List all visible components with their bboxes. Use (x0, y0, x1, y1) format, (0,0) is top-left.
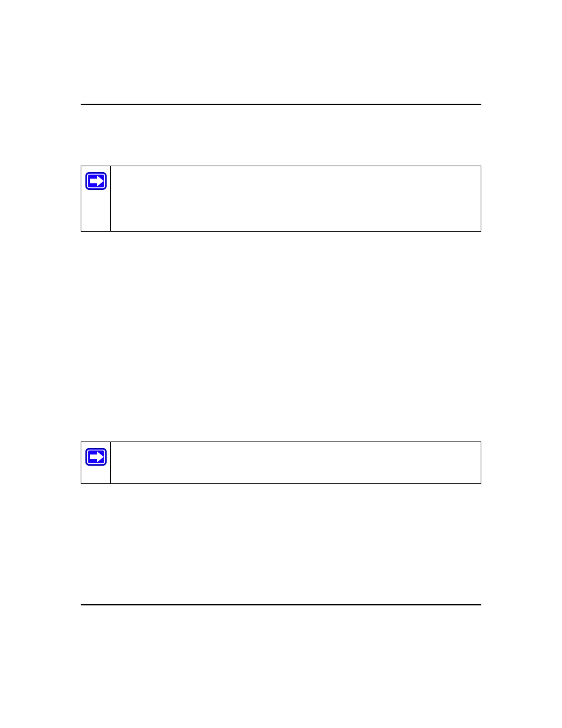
top-divider (81, 104, 481, 105)
note-text-cell-2 (111, 442, 481, 483)
note-arrow-icon (85, 172, 107, 192)
bottom-divider (81, 604, 481, 605)
note-box-2 (81, 442, 481, 484)
note-icon-cell-1 (81, 166, 111, 231)
note-box-1 (81, 166, 481, 232)
note-arrow-icon (85, 448, 107, 468)
note-icon-cell-2 (81, 442, 111, 483)
note-text-cell-1 (111, 166, 481, 231)
